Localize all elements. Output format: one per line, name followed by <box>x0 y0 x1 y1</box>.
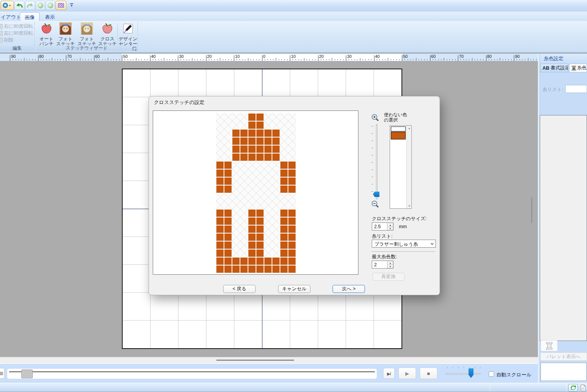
stitch-cell[interactable] <box>256 225 264 233</box>
thread-color-list[interactable] <box>540 115 587 341</box>
stitch-cell[interactable] <box>248 257 256 265</box>
scroll-up-icon[interactable]: ▲ <box>407 126 412 131</box>
design-center-button[interactable]: デザイン センター <box>118 22 138 46</box>
auto-punch-button[interactable]: オート パンチ <box>37 22 56 46</box>
stitch-cell[interactable] <box>288 233 296 241</box>
stitch-cell[interactable] <box>240 137 248 145</box>
stitch-cell[interactable] <box>232 153 240 161</box>
stitch-cell[interactable] <box>280 169 288 177</box>
stitch-cell[interactable] <box>216 177 224 185</box>
stitch-cell[interactable] <box>248 113 256 121</box>
stitch-cell[interactable] <box>288 209 296 217</box>
stitch-cell[interactable] <box>272 153 280 161</box>
stitch-cell[interactable] <box>288 217 296 225</box>
stitch-cell[interactable] <box>248 241 256 249</box>
stitch-cell[interactable] <box>256 153 264 161</box>
auto-scroll-checkbox[interactable] <box>489 371 494 377</box>
stitch-preview-area[interactable] <box>153 110 358 275</box>
scroll-down-icon[interactable]: ▼ <box>407 203 412 208</box>
color-swatch[interactable] <box>391 132 406 139</box>
stitch-cell[interactable] <box>256 217 264 225</box>
stitch-cell[interactable] <box>224 241 232 249</box>
stitch-cell[interactable] <box>264 257 272 265</box>
stitch-cell[interactable] <box>256 209 264 217</box>
stitch-cell[interactable] <box>240 145 248 153</box>
cross-stitch-button[interactable]: クロス ステッチ ▾ <box>98 22 117 46</box>
stitch-cell[interactable] <box>280 217 288 225</box>
speed-slider-track[interactable] <box>446 373 481 374</box>
preview-zoom-thumb[interactable] <box>373 192 379 197</box>
stitch-cell[interactable] <box>240 257 248 265</box>
stitch-cell[interactable] <box>232 257 240 265</box>
stitch-cell[interactable] <box>280 209 288 217</box>
stitch-cell[interactable] <box>248 137 256 145</box>
stitch-cell[interactable] <box>288 265 296 273</box>
back-button[interactable]: < 戻る <box>223 285 256 293</box>
preview-zoom-slider[interactable] <box>376 124 377 199</box>
customize-quick-access-icon[interactable]: ▼ <box>70 3 73 8</box>
stitch-cell[interactable] <box>232 265 240 273</box>
stitch-cell[interactable] <box>216 217 224 225</box>
stitch-cell[interactable] <box>216 225 224 233</box>
stitch-cell[interactable] <box>224 169 232 177</box>
spin-down-icon[interactable]: ▼ <box>387 227 393 230</box>
stitch-cell[interactable] <box>288 185 296 193</box>
refresh-view-button[interactable] <box>568 384 578 392</box>
stitch-cell[interactable] <box>256 113 264 121</box>
stitch-cell[interactable] <box>280 225 288 233</box>
stitch-cell[interactable] <box>248 225 256 233</box>
tab-image[interactable]: 画像 <box>20 12 40 21</box>
stitch-cell[interactable] <box>248 265 256 273</box>
zoom-out-icon[interactable] <box>371 200 379 208</box>
stitch-cell[interactable] <box>288 169 296 177</box>
next-button[interactable]: 次へ > <box>333 285 365 293</box>
stitch-cell[interactable] <box>264 145 272 153</box>
stitch-cell[interactable] <box>288 161 296 169</box>
stitch-cell[interactable] <box>240 265 248 273</box>
stitch-cell[interactable] <box>216 169 224 177</box>
stitch-cell[interactable] <box>216 241 224 249</box>
stop-button[interactable] <box>420 368 437 379</box>
stitch-cell[interactable] <box>280 161 288 169</box>
stitch-cell[interactable] <box>280 185 288 193</box>
stitch-cell[interactable] <box>256 145 264 153</box>
stitch-cell[interactable] <box>216 185 224 193</box>
vertical-splitter-grip[interactable] <box>531 197 532 223</box>
stitch-cell[interactable] <box>248 217 256 225</box>
spin-up-icon[interactable]: ▲ <box>387 223 393 227</box>
color-swatch[interactable] <box>391 126 406 131</box>
horizontal-scrollbar-thumb[interactable] <box>216 360 294 361</box>
spin-down-icon[interactable]: ▼ <box>387 265 393 268</box>
stitch-cell[interactable] <box>264 265 272 273</box>
stitch-cell[interactable] <box>288 241 296 249</box>
stitch-progress-trackbar[interactable] <box>7 368 377 379</box>
stitch-cell[interactable] <box>256 241 264 249</box>
stitch-cell[interactable] <box>224 161 232 169</box>
stitch-cell[interactable] <box>232 145 240 153</box>
stitch-cell[interactable] <box>264 129 272 137</box>
stitch-cell[interactable] <box>272 137 280 145</box>
stitch-cell[interactable] <box>248 233 256 241</box>
progress-thumb[interactable] <box>21 370 33 378</box>
stitch-cell[interactable] <box>288 249 296 257</box>
stitch-cell[interactable] <box>224 233 232 241</box>
zoom-in-icon[interactable] <box>371 114 379 122</box>
solid-view-button[interactable] <box>46 1 55 10</box>
thread-list-combo[interactable]: ブラザー刺しゅう糸 <box>372 240 436 248</box>
design-property-button[interactable] <box>578 384 587 392</box>
stitch-cell[interactable] <box>256 129 264 137</box>
dialog-launcher-icon[interactable] <box>133 47 136 51</box>
stitch-cell[interactable] <box>248 153 256 161</box>
stitch-cell[interactable] <box>264 153 272 161</box>
design-page-settings-button[interactable]: ▼ <box>1 1 14 10</box>
delete-button[interactable]: 削除 <box>0 37 13 43</box>
size-spinner[interactable]: 2.5 ▲ ▼ <box>372 222 393 230</box>
stitch-cell[interactable] <box>256 249 264 257</box>
stitch-cell[interactable] <box>256 265 264 273</box>
stitch-cell[interactable] <box>280 249 288 257</box>
stitch-cell[interactable] <box>256 233 264 241</box>
stitch-cell[interactable] <box>216 209 224 217</box>
stitch-cell[interactable] <box>248 145 256 153</box>
stitch-cell[interactable] <box>224 249 232 257</box>
stitch-cell[interactable] <box>256 257 264 265</box>
